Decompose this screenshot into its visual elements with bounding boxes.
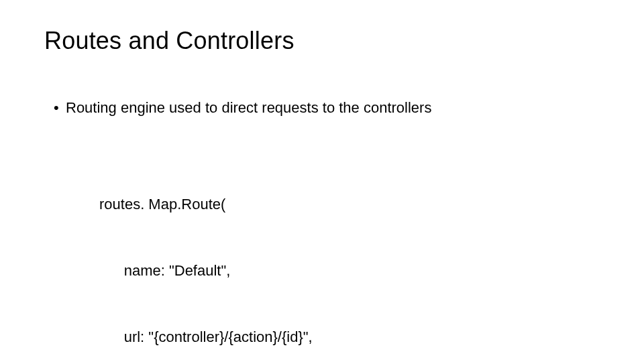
bullet-dot-icon: • [54,101,66,115]
code-line-2: name: "Default", [99,259,466,282]
code-line-3: url: "{controller}/{action}/{id}", [99,326,466,348]
bullet-item: • Routing engine used to direct requests… [54,99,431,117]
code-block: routes. Map.Route( name: "Default", url:… [99,149,466,362]
bullet-text: Routing engine used to direct requests t… [66,99,431,117]
code-line-1: routes. Map.Route( [99,193,466,215]
slide-title: Routes and Controllers [44,27,294,55]
slide: Routes and Controllers • Routing engine … [0,0,644,362]
